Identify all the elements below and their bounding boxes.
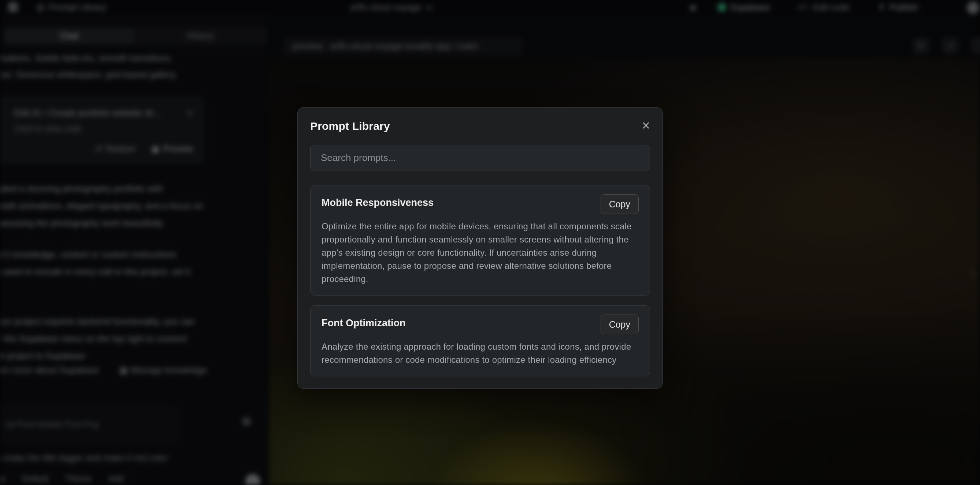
prompt-library-modal: Prompt Library × Mobile Responsiveness C… [298,107,663,389]
prompt-body: Analyze the existing approach for loadin… [321,340,639,366]
search-prompts-input[interactable] [310,145,650,170]
prompt-list: Mobile Responsiveness Copy Optimize the … [310,185,650,377]
copy-button[interactable]: Copy [601,194,639,214]
prompt-body: Optimize the entire app for mobile devic… [321,220,639,286]
modal-title: Prompt Library [310,120,642,132]
modal-close-button[interactable]: × [642,120,650,131]
copy-button[interactable]: Copy [601,315,639,334]
prompt-title: Font Optimization [321,315,601,329]
prompt-card-font-optimization: Font Optimization Copy Analyze the exist… [310,306,650,376]
prompt-title: Mobile Responsiveness [321,194,601,209]
prompt-card-mobile-responsiveness: Mobile Responsiveness Copy Optimize the … [310,185,650,296]
screen: ▥ Prompt Library arffs cloud voyage ◆ Su… [0,0,980,485]
close-icon: × [642,118,650,133]
